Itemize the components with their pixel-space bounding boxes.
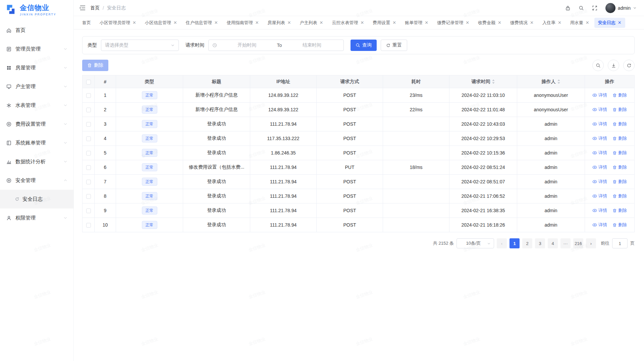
- tab-0[interactable]: 首页: [78, 18, 95, 28]
- sidebar-item-2[interactable]: 房屋管理: [0, 58, 73, 77]
- detail-link[interactable]: 详情: [592, 135, 607, 141]
- row-checkbox[interactable]: [86, 93, 91, 98]
- tab-14[interactable]: 用水量✕: [567, 18, 593, 28]
- prev-page-button[interactable]: ‹: [497, 238, 507, 248]
- row-checkbox[interactable]: [86, 108, 91, 112]
- page-button-4[interactable]: 4: [548, 238, 558, 248]
- tab-2[interactable]: 小区信息管理✕: [141, 18, 181, 28]
- close-tab-icon[interactable]: ✕: [214, 20, 218, 25]
- row-checkbox[interactable]: [86, 165, 91, 170]
- row-checkbox[interactable]: [86, 194, 91, 199]
- detail-link[interactable]: 详情: [592, 92, 607, 98]
- tab-4[interactable]: 使用指南管理✕: [223, 18, 263, 28]
- close-tab-icon[interactable]: ✕: [498, 20, 501, 25]
- show-search-icon[interactable]: [592, 60, 604, 71]
- sidebar-item-1[interactable]: 管理员管理: [0, 40, 73, 58]
- row-checkbox[interactable]: [86, 122, 91, 127]
- close-tab-icon[interactable]: ✕: [586, 20, 589, 25]
- detail-link[interactable]: 详情: [592, 107, 607, 113]
- user-menu[interactable]: admin: [605, 3, 637, 13]
- tab-10[interactable]: 缴费记录管理✕: [433, 18, 473, 28]
- sidebar-item-4[interactable]: 水表管理: [0, 96, 73, 115]
- sidebar-item-3[interactable]: 户主管理: [0, 77, 73, 96]
- row-checkbox[interactable]: [86, 180, 91, 184]
- delete-link[interactable]: 删除: [612, 150, 627, 156]
- detail-link[interactable]: 详情: [592, 193, 607, 199]
- next-page-button[interactable]: ›: [586, 238, 596, 248]
- page-ellipsis[interactable]: ···: [560, 238, 571, 248]
- tab-5[interactable]: 房屋列表✕: [264, 18, 295, 28]
- close-tab-icon[interactable]: ✕: [320, 20, 323, 25]
- delete-link[interactable]: 删除: [612, 121, 627, 127]
- page-button-3[interactable]: 3: [535, 238, 545, 248]
- search-icon[interactable]: [579, 5, 584, 11]
- detail-link[interactable]: 详情: [592, 164, 607, 170]
- close-tab-icon[interactable]: ✕: [255, 20, 259, 25]
- close-tab-icon[interactable]: ✕: [132, 20, 136, 25]
- delete-link[interactable]: 删除: [612, 222, 627, 228]
- reset-button[interactable]: 重置: [381, 40, 407, 51]
- refresh-table-icon[interactable]: [623, 60, 635, 71]
- close-tab-icon[interactable]: ✕: [466, 20, 469, 25]
- close-tab-icon[interactable]: ✕: [173, 20, 177, 25]
- tab-9[interactable]: 账单管理✕: [401, 18, 432, 28]
- detail-link[interactable]: 详情: [592, 121, 607, 127]
- tab-1[interactable]: 小区管理员管理✕: [96, 18, 140, 28]
- column-header-operator[interactable]: 操作人: [517, 75, 585, 88]
- goto-page-input[interactable]: [612, 238, 628, 248]
- delete-link[interactable]: 删除: [612, 135, 627, 141]
- page-button-216[interactable]: 216: [573, 238, 583, 248]
- select-all-checkbox[interactable]: [86, 80, 91, 84]
- detail-link[interactable]: 详情: [592, 207, 607, 214]
- tab-11[interactable]: 收费金额✕: [474, 18, 505, 28]
- page-button-1[interactable]: 1: [509, 238, 520, 248]
- detail-link[interactable]: 详情: [592, 179, 607, 185]
- delete-link[interactable]: 删除: [612, 164, 627, 170]
- close-tab-icon[interactable]: ✕: [392, 20, 396, 25]
- search-button[interactable]: 查询: [351, 40, 377, 51]
- close-tab-icon[interactable]: ✕: [425, 20, 428, 25]
- delete-link[interactable]: 删除: [612, 207, 627, 214]
- row-checkbox[interactable]: [86, 151, 91, 156]
- close-tab-icon[interactable]: ✕: [360, 20, 364, 25]
- lock-icon[interactable]: [565, 5, 571, 11]
- page-button-2[interactable]: 2: [522, 238, 532, 248]
- sidebar-item-0[interactable]: 首页: [0, 21, 73, 40]
- batch-delete-button[interactable]: 删除: [82, 60, 108, 71]
- row-checkbox[interactable]: [86, 136, 91, 141]
- delete-link[interactable]: 删除: [612, 92, 627, 98]
- detail-link[interactable]: 详情: [592, 150, 607, 156]
- sidebar-item-6[interactable]: 系统账单管理: [0, 133, 73, 152]
- row-checkbox[interactable]: [86, 208, 91, 213]
- tab-3[interactable]: 住户信息管理✕: [182, 18, 222, 28]
- tab-8[interactable]: 费用设置✕: [369, 18, 400, 28]
- close-tab-icon[interactable]: ✕: [287, 20, 291, 25]
- delete-link[interactable]: 删除: [612, 193, 627, 199]
- delete-link[interactable]: 删除: [612, 179, 627, 185]
- page-size-select[interactable]: 10条/页: [457, 238, 494, 248]
- fullscreen-icon[interactable]: [592, 5, 597, 11]
- collapse-menu-icon[interactable]: [80, 5, 86, 10]
- sidebar-item-5[interactable]: 费用设置管理: [0, 115, 73, 133]
- sidebar-item-7[interactable]: 数据统计分析: [0, 152, 73, 171]
- tab-6[interactable]: 户主列表✕: [296, 18, 327, 28]
- tab-15[interactable]: 安全日志✕: [594, 18, 625, 28]
- sidebar-item-10[interactable]: 权限管理: [0, 208, 73, 227]
- detail-link[interactable]: 详情: [592, 222, 607, 228]
- tab-12[interactable]: 缴费情况✕: [506, 18, 537, 28]
- date-range-picker[interactable]: 开始时间 To 结束时间: [208, 40, 344, 51]
- close-tab-icon[interactable]: ✕: [530, 20, 534, 25]
- type-select[interactable]: 请选择类型: [101, 40, 179, 51]
- delete-link[interactable]: 删除: [612, 107, 627, 113]
- row-checkbox[interactable]: [86, 223, 91, 228]
- sort-icon[interactable]: [557, 79, 560, 84]
- close-tab-icon[interactable]: ✕: [558, 20, 561, 25]
- sidebar-item-8[interactable]: 安全管理: [0, 171, 73, 190]
- close-tab-icon[interactable]: ✕: [618, 20, 622, 25]
- breadcrumb-home[interactable]: 首页: [90, 5, 100, 11]
- tab-13[interactable]: 入住率✕: [539, 18, 565, 28]
- tab-7[interactable]: 云控水表管理✕: [328, 18, 368, 28]
- sidebar-item-9[interactable]: 安全日志: [0, 190, 73, 208]
- column-header-time[interactable]: 请求时间: [449, 75, 517, 88]
- sort-icon[interactable]: [492, 79, 495, 84]
